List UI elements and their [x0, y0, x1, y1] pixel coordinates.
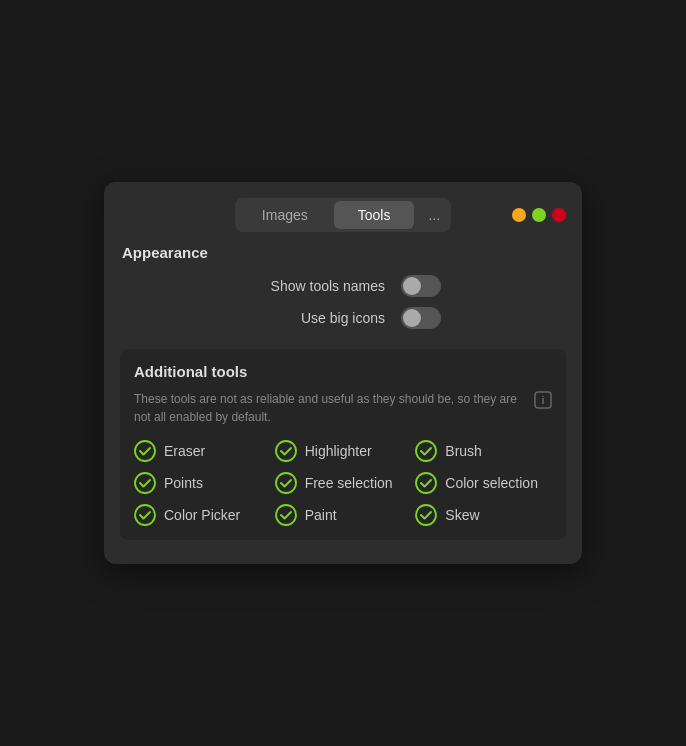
window-control-orange[interactable]: [512, 208, 526, 222]
window-control-green[interactable]: [532, 208, 546, 222]
free-selection-label: Free selection: [305, 475, 393, 491]
color-selection-label: Color selection: [445, 475, 538, 491]
additional-section: Additional tools These tools are not as …: [120, 349, 566, 540]
window-controls: [512, 208, 566, 222]
svg-point-7: [416, 473, 436, 493]
tool-brush[interactable]: Brush: [415, 440, 552, 462]
tool-color-picker[interactable]: Color Picker: [134, 504, 271, 526]
toggle-row-use-big-icons: Use big icons: [120, 307, 566, 329]
points-check-icon: [134, 472, 156, 494]
appearance-section: Appearance Show tools names Use big icon…: [120, 244, 566, 329]
show-tools-names-toggle[interactable]: [401, 275, 441, 297]
paint-label: Paint: [305, 507, 337, 523]
highlighter-check-icon: [275, 440, 297, 462]
svg-point-8: [135, 505, 155, 525]
tool-paint[interactable]: Paint: [275, 504, 412, 526]
window-control-red[interactable]: [552, 208, 566, 222]
description-text: These tools are not as reliable and usef…: [134, 390, 526, 426]
info-icon: i: [534, 391, 552, 416]
tab-group: Images Tools ...: [235, 198, 451, 232]
tool-eraser[interactable]: Eraser: [134, 440, 271, 462]
svg-point-2: [135, 441, 155, 461]
eraser-label: Eraser: [164, 443, 205, 459]
free-selection-check-icon: [275, 472, 297, 494]
svg-point-5: [135, 473, 155, 493]
additional-title: Additional tools: [134, 363, 552, 380]
tool-highlighter[interactable]: Highlighter: [275, 440, 412, 462]
svg-text:i: i: [541, 394, 544, 406]
use-big-icons-label: Use big icons: [245, 310, 385, 326]
svg-point-10: [416, 505, 436, 525]
use-big-icons-toggle[interactable]: [401, 307, 441, 329]
highlighter-label: Highlighter: [305, 443, 372, 459]
points-label: Points: [164, 475, 203, 491]
svg-point-6: [276, 473, 296, 493]
color-picker-label: Color Picker: [164, 507, 240, 523]
eraser-check-icon: [134, 440, 156, 462]
tab-images[interactable]: Images: [238, 201, 332, 229]
color-picker-check-icon: [134, 504, 156, 526]
skew-label: Skew: [445, 507, 479, 523]
color-selection-check-icon: [415, 472, 437, 494]
tab-tools[interactable]: Tools: [334, 201, 415, 229]
toggle-row-show-tools-names: Show tools names: [120, 275, 566, 297]
tools-grid: Eraser Highlighter: [134, 440, 552, 526]
skew-check-icon: [415, 504, 437, 526]
brush-label: Brush: [445, 443, 482, 459]
svg-point-3: [276, 441, 296, 461]
appearance-title: Appearance: [120, 244, 566, 261]
content-area: Appearance Show tools names Use big icon…: [104, 244, 582, 564]
svg-point-4: [416, 441, 436, 461]
tool-skew[interactable]: Skew: [415, 504, 552, 526]
svg-point-9: [276, 505, 296, 525]
show-tools-names-label: Show tools names: [245, 278, 385, 294]
titlebar: Images Tools ...: [104, 182, 582, 244]
brush-check-icon: [415, 440, 437, 462]
tool-color-selection[interactable]: Color selection: [415, 472, 552, 494]
tab-more[interactable]: ...: [420, 201, 448, 229]
paint-check-icon: [275, 504, 297, 526]
tool-points[interactable]: Points: [134, 472, 271, 494]
tool-free-selection[interactable]: Free selection: [275, 472, 412, 494]
additional-description: These tools are not as reliable and usef…: [134, 390, 552, 426]
settings-window: Images Tools ... Appearance Show tools n…: [104, 182, 582, 564]
